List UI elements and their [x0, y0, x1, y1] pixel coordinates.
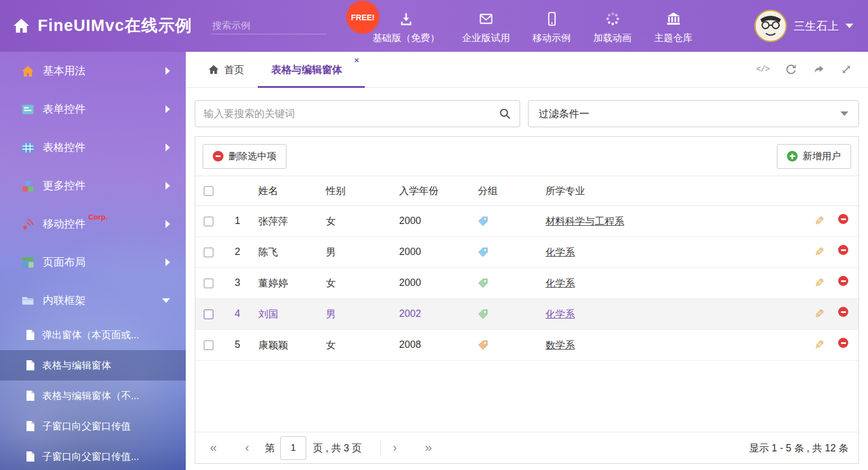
sidebar-item-inline-frame[interactable]: 内联框架: [0, 281, 186, 320]
home-logo-icon: [12, 17, 30, 35]
grid-panel: 删除选中项 新增用户: [195, 136, 859, 464]
major-link[interactable]: 材料科学与工程系: [545, 216, 624, 227]
tab-actions: </>: [756, 52, 868, 87]
sidebar-item-form-controls[interactable]: 表单控件: [0, 90, 186, 128]
nav-basic-free[interactable]: FREE! 基础版（免费）: [361, 0, 451, 52]
prev-page-button[interactable]: ‹: [240, 442, 253, 454]
edit-icon[interactable]: ✎: [815, 245, 825, 259]
username: 三生石上: [794, 19, 839, 34]
row-number: 5: [222, 329, 255, 360]
sidebar-item-label: 页面布局: [43, 255, 86, 270]
chevron-down-icon: [845, 24, 853, 28]
avatar: [754, 10, 787, 42]
table-row[interactable]: 3 董婷婷 女 2000 化学系 ✎: [195, 267, 858, 298]
header-search-input[interactable]: [212, 20, 337, 32]
sidebar-subitem-popup-window[interactable]: 弹出窗体（本页面或...: [0, 320, 186, 350]
sidebar-item-mobile-controls[interactable]: 移动控件 Corp.: [0, 205, 186, 243]
row-checkbox[interactable]: [204, 248, 213, 257]
cell-year: 2008: [396, 329, 475, 360]
user-menu[interactable]: 三生石上: [754, 10, 853, 42]
nav-enterprise-trial[interactable]: 企业版试用: [451, 0, 521, 52]
nav-label: 主题仓库: [654, 32, 692, 44]
nav-theme-store[interactable]: 主题仓库: [643, 0, 704, 52]
delete-row-icon[interactable]: [838, 338, 848, 348]
sidebar-item-basic-usage[interactable]: 基本用法: [0, 52, 186, 90]
sidebar: 基本用法 表单控件 表格控件 更多控件 移动控件 Corp.: [0, 52, 186, 470]
table-row[interactable]: 2 陈飞 男 2000 化学系 ✎: [195, 236, 858, 267]
filter-dropdown[interactable]: 过滤条件一: [528, 100, 859, 127]
refresh-icon[interactable]: [785, 64, 797, 75]
major-link[interactable]: 化学系: [545, 308, 575, 320]
tab-home[interactable]: 首页: [195, 52, 258, 87]
open-new-window-icon[interactable]: [813, 64, 825, 75]
column-major: 所学专业: [542, 176, 792, 205]
chevron-right-icon: [165, 144, 170, 151]
filter-row: 过滤条件一: [195, 100, 859, 127]
delete-row-icon[interactable]: [838, 276, 848, 286]
fullscreen-icon[interactable]: [840, 64, 852, 75]
sidebar-subitem-label: 表格与编辑窗体: [42, 359, 111, 372]
page-content: 过滤条件一 删除选中项 新增用户: [186, 88, 868, 470]
app-title: FineUIMvc在线示例: [38, 15, 192, 37]
row-checkbox[interactable]: [204, 310, 213, 319]
next-page-button[interactable]: ›: [388, 442, 401, 454]
table-row-selected[interactable]: 4 刘国 男 2002 化学系 ✎: [195, 298, 858, 329]
data-table: 姓名 性别 入学年份 分组 所学专业 1: [195, 176, 858, 361]
row-checkbox[interactable]: [204, 217, 213, 226]
nav-loading-animation[interactable]: 加载动画: [582, 0, 643, 52]
filter-dropdown-value: 过滤条件一: [539, 107, 589, 120]
table-row[interactable]: 5 康颖颖 女 2008 数学系 ✎: [195, 329, 858, 360]
cell-gender: 女: [323, 267, 396, 298]
close-icon[interactable]: ×: [354, 56, 359, 64]
sidebar-item-more-controls[interactable]: 更多控件: [0, 167, 186, 205]
mobile-icon: [544, 11, 560, 26]
major-link[interactable]: 化学系: [545, 277, 575, 289]
row-checkbox[interactable]: [204, 341, 213, 350]
sidebar-subitem-child-to-parent[interactable]: 子窗口向父窗口传值: [0, 411, 186, 441]
file-icon: [26, 451, 35, 462]
home-tab-icon: [208, 64, 219, 75]
file-icon: [26, 329, 35, 341]
last-page-button[interactable]: »: [420, 442, 436, 454]
delete-row-icon[interactable]: [838, 307, 848, 317]
page-suffix: 页 , 共 3 页: [313, 441, 362, 455]
sidebar-subitem-grid-edit-window[interactable]: 表格与编辑窗体: [0, 350, 186, 381]
nav-mobile-demo[interactable]: 移动示例: [521, 0, 582, 52]
app-root: FineUIMvc在线示例 FREE! 基础版（免费） 企业版试用 移动示例: [0, 0, 868, 470]
select-all-checkbox[interactable]: [204, 186, 213, 196]
plus-circle-icon: [787, 151, 798, 162]
first-page-button[interactable]: «: [205, 442, 221, 454]
app-logo[interactable]: FineUIMvc在线示例: [12, 15, 192, 37]
group-tag-icon: [478, 247, 488, 257]
delete-selected-button[interactable]: 删除选中项: [203, 144, 287, 169]
table-row[interactable]: 1 张萍萍 女 2000 材料科学与工程系 ✎: [195, 205, 858, 236]
column-name: 姓名: [255, 176, 323, 205]
keyword-search-input[interactable]: [204, 108, 499, 120]
cell-name: 陈飞: [255, 236, 323, 267]
major-link[interactable]: 数学系: [545, 339, 575, 351]
edit-icon[interactable]: ✎: [815, 276, 825, 290]
sidebar-item-grid-controls[interactable]: 表格控件: [0, 128, 186, 167]
grid-toolbar: 删除选中项 新增用户: [195, 137, 858, 176]
add-user-label: 新增用户: [803, 150, 841, 163]
sidebar-subitem-child-to-parent-2[interactable]: 子窗口向父窗口传值...: [0, 441, 186, 470]
source-code-icon[interactable]: </>: [756, 65, 769, 74]
delete-row-icon[interactable]: [838, 214, 848, 224]
delete-row-icon[interactable]: [838, 245, 848, 255]
add-user-button[interactable]: 新增用户: [777, 144, 851, 169]
tab-grid-edit-window[interactable]: 表格与编辑窗体 ×: [258, 52, 365, 87]
sidebar-subitem-grid-edit-window-2[interactable]: 表格与编辑窗体（不...: [0, 381, 186, 411]
sidebar-item-page-layout[interactable]: 页面布局: [0, 243, 186, 281]
delete-selected-label: 删除选中项: [229, 150, 276, 163]
search-icon[interactable]: [499, 108, 511, 120]
edit-icon[interactable]: ✎: [815, 214, 825, 228]
cell-gender: 男: [323, 236, 396, 267]
cell-name: 董婷婷: [255, 267, 323, 298]
row-checkbox[interactable]: [204, 279, 213, 288]
edit-icon[interactable]: ✎: [815, 338, 825, 352]
major-link[interactable]: 化学系: [545, 247, 575, 258]
edit-icon[interactable]: ✎: [815, 307, 825, 321]
cell-gender: 男: [323, 298, 396, 329]
page-number-input[interactable]: [280, 436, 306, 460]
file-icon: [26, 420, 35, 432]
